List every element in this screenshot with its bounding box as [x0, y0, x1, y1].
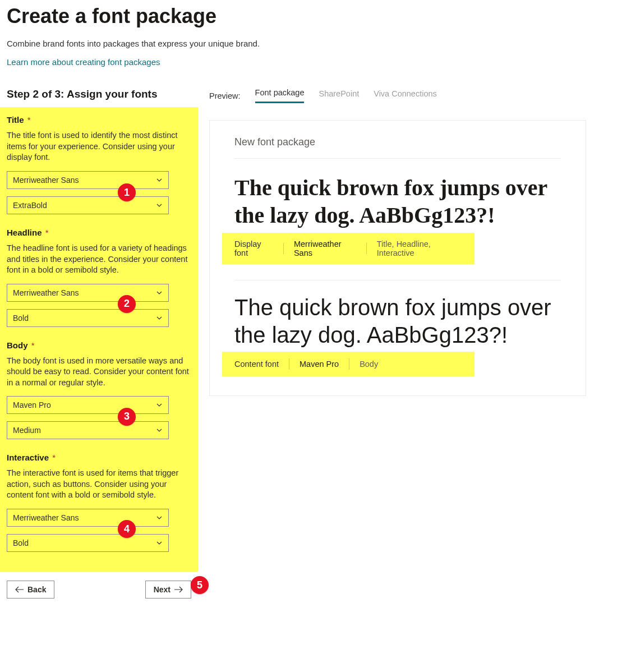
required-asterisk: *: [52, 453, 56, 462]
section-body: Body * The body font is used in more ver…: [7, 340, 191, 440]
display-font-name: Merriweather Sans: [294, 240, 356, 257]
content-sample-text: The quick brown fox jumps over the lazy …: [234, 294, 561, 349]
chevron-down-icon: [156, 202, 163, 209]
display-font-meta: Display font Merriweather Sans Title, He…: [222, 233, 474, 264]
interactive-desc: The interactive font is used for items t…: [7, 468, 191, 501]
preview-tabs: Preview: Font package SharePoint Viva Co…: [209, 88, 622, 103]
interactive-weight-value: Bold: [13, 538, 29, 547]
meta-divider: [349, 358, 349, 370]
interactive-font-value: Merriweather Sans: [13, 513, 79, 522]
callout-3: 3: [118, 408, 136, 426]
headline-font-value: Merriweather Sans: [13, 288, 79, 297]
body-font-value: Maven Pro: [13, 401, 51, 409]
callout-5: 5: [191, 576, 209, 594]
title-weight-dropdown[interactable]: ExtraBold: [7, 196, 169, 214]
body-weight-value: Medium: [13, 426, 41, 435]
required-asterisk: *: [31, 340, 35, 350]
display-label: Display font: [234, 240, 273, 257]
divider: [234, 280, 561, 280]
preview-card: New font package The quick brown fox jum…: [209, 120, 586, 396]
headline-weight-value: Bold: [13, 314, 29, 323]
content-font-meta: Content font Maven Pro Body: [222, 352, 474, 376]
meta-divider: [366, 243, 367, 254]
page-title: Create a font package: [7, 4, 615, 28]
tab-viva-connections[interactable]: Viva Connections: [374, 89, 437, 103]
chevron-down-icon: [156, 402, 163, 408]
chevron-down-icon: [156, 427, 163, 434]
interactive-weight-dropdown[interactable]: Bold: [7, 534, 169, 552]
callout-2: 2: [118, 295, 136, 313]
tab-sharepoint[interactable]: SharePoint: [319, 89, 359, 103]
interactive-label: Interactive: [7, 453, 49, 462]
meta-divider: [283, 243, 284, 254]
arrow-left-icon: [15, 586, 24, 593]
step-header: Step 2 of 3: Assign your fonts: [0, 84, 198, 107]
callout-1: 1: [118, 183, 136, 201]
section-interactive: Interactive * The interactive font is us…: [7, 453, 191, 552]
title-label: Title: [7, 115, 24, 125]
body-desc: The body font is used in more versatile …: [7, 356, 191, 389]
display-font-usage: Title, Headline, Interactive: [377, 240, 462, 257]
title-font-value: Merriweather Sans: [13, 176, 79, 185]
chevron-down-icon: [156, 177, 163, 183]
body-label: Body: [7, 340, 28, 350]
divider: [234, 158, 561, 159]
arrow-right-icon: [174, 586, 183, 593]
interactive-font-dropdown[interactable]: Merriweather Sans: [7, 509, 169, 527]
package-name: New font package: [234, 136, 561, 148]
headline-label: Headline: [7, 228, 42, 237]
body-weight-dropdown[interactable]: Medium: [7, 421, 169, 439]
content-label: Content font: [234, 360, 279, 369]
next-button[interactable]: Next: [145, 581, 191, 599]
page-subtitle: Combine brand fonts into packages that e…: [7, 38, 276, 49]
chevron-down-icon: [156, 289, 163, 296]
title-font-dropdown[interactable]: Merriweather Sans: [7, 171, 169, 189]
content-font-name: Maven Pro: [300, 360, 339, 369]
tab-font-package[interactable]: Font package: [255, 88, 305, 103]
section-title: Title * The title font is used to identi…: [7, 115, 191, 214]
chevron-down-icon: [156, 514, 163, 521]
title-weight-value: ExtraBold: [13, 201, 47, 210]
content-font-usage: Body: [360, 360, 378, 369]
headline-weight-dropdown[interactable]: Bold: [7, 309, 169, 327]
required-asterisk: *: [27, 115, 31, 125]
next-label: Next: [154, 585, 171, 594]
headline-font-dropdown[interactable]: Merriweather Sans: [7, 284, 169, 302]
title-desc: The title font is used to identify the m…: [7, 130, 191, 163]
headline-desc: The headline font is used for a variety …: [7, 243, 191, 276]
learn-more-link[interactable]: Learn more about creating font packages: [7, 57, 160, 67]
preview-label: Preview:: [209, 91, 241, 100]
display-sample-text: The quick brown fox jumps over the lazy …: [234, 174, 561, 229]
meta-divider: [289, 358, 289, 370]
chevron-down-icon: [156, 315, 163, 321]
back-button[interactable]: Back: [7, 581, 54, 599]
chevron-down-icon: [156, 540, 163, 546]
section-headline: Headline * The headline font is used for…: [7, 228, 191, 327]
back-label: Back: [27, 585, 46, 594]
required-asterisk: *: [45, 228, 49, 237]
body-font-dropdown[interactable]: Maven Pro: [7, 396, 169, 414]
